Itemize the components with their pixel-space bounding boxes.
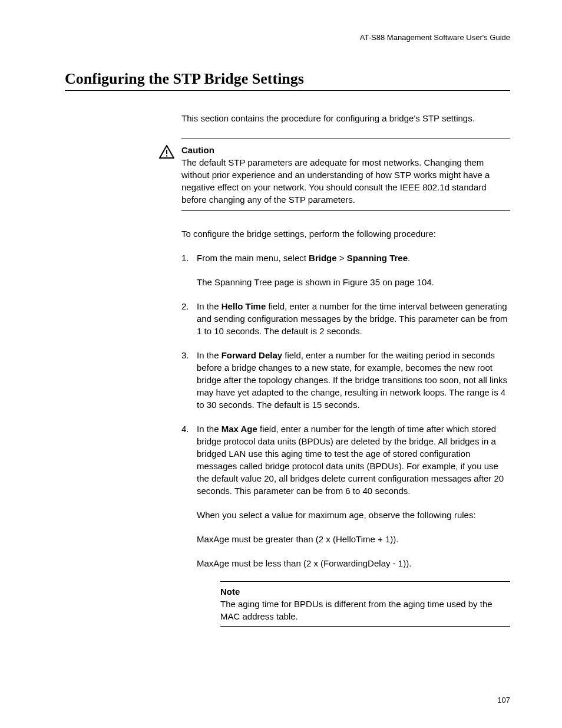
section-title: Configuring the STP Bridge Settings (65, 70, 510, 91)
step-4-followup-2: MaxAge must be greater than (2 x (HelloT… (197, 533, 510, 545)
step-3: In the Forward Delay field, enter a numb… (181, 349, 510, 411)
step-4-text-post: field, enter a number for the length of … (197, 424, 504, 496)
note-block: Note The aging time for BPDUs is differe… (220, 581, 510, 627)
step-2-text-pre: In the (197, 301, 222, 311)
page-number: 107 (497, 696, 510, 704)
caution-body: The default STP parameters are adequate … (181, 157, 490, 205)
step-1-text-pre: From the main menu, select (197, 253, 309, 263)
step-2-bold: Hello Time (222, 301, 266, 311)
note-body: The aging time for BPDUs is different fr… (220, 598, 510, 622)
step-2: In the Hello Time field, enter a number … (181, 300, 510, 337)
caution-icon (159, 145, 174, 159)
caution-text: Caution The default STP parameters are a… (181, 144, 510, 206)
step-1-bold-spanning: Spanning Tree (347, 253, 408, 263)
step-1-bold-bridge: Bridge (309, 253, 337, 263)
step-1: From the main menu, select Bridge > Span… (181, 252, 510, 288)
intro-paragraph: This section contains the procedure for … (181, 112, 510, 124)
note-label: Note (220, 585, 510, 598)
svg-point-1 (166, 155, 167, 156)
step-1-followup: The Spanning Tree page is shown in Figur… (197, 276, 510, 288)
step-3-text-pre: In the (197, 350, 222, 360)
step-4: In the Max Age field, enter a number for… (181, 423, 510, 627)
step-4-followup-1: When you select a value for maximum age,… (197, 509, 510, 521)
caution-label: Caution (181, 144, 510, 156)
caution-block: Caution The default STP parameters are a… (181, 139, 510, 211)
procedure-intro: To configure the bridge settings, perfor… (181, 228, 510, 240)
step-4-followup-3: MaxAge must be less than (2 x (Forwardin… (197, 557, 510, 569)
step-4-text-pre: In the (197, 424, 222, 434)
step-1-text-post: . (408, 253, 410, 263)
step-1-text-mid: > (337, 253, 347, 263)
document-header: AT-S88 Management Software User's Guide (65, 33, 510, 42)
step-3-bold: Forward Delay (222, 350, 282, 360)
step-4-bold: Max Age (222, 424, 257, 434)
content-area: This section contains the procedure for … (181, 112, 510, 627)
steps-list: From the main menu, select Bridge > Span… (181, 252, 510, 627)
